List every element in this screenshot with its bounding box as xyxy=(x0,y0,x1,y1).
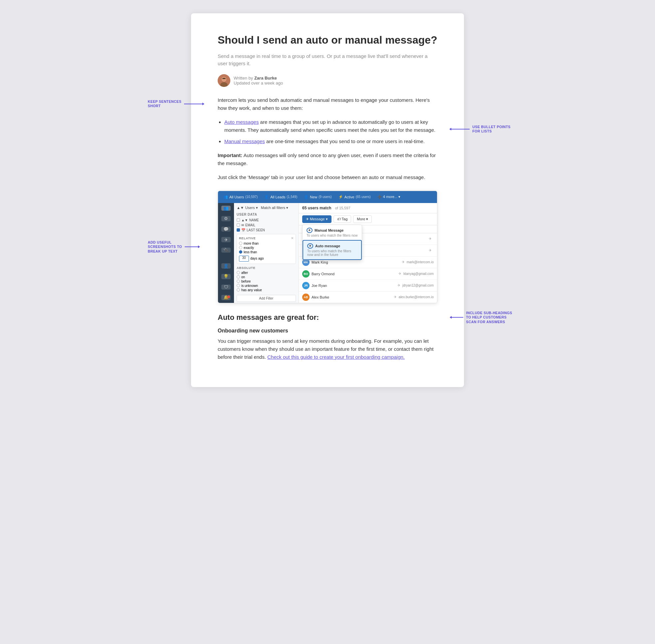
sidebar-icon-send[interactable]: ✈ xyxy=(221,237,231,242)
article-subtitle: Send a message in real time to a group o… xyxy=(218,52,437,68)
user-avatar: JR xyxy=(302,282,310,289)
ic-radio-before[interactable] xyxy=(236,280,240,283)
annotation-bullet-points-label: USE BULLET POINTSFOR LISTS xyxy=(472,125,511,134)
intercom-screenshot: 👥 All Users (10,597) 👤 All Leads (1,549)… xyxy=(218,191,437,303)
ic-topbar-active[interactable]: ⚡ Active (65 users) xyxy=(336,193,374,200)
ic-topbar-all-leads[interactable]: 👤 All Leads (1,549) xyxy=(262,193,300,200)
ic-abs-before: before xyxy=(236,279,296,283)
ic-main-toolbar: ✈ Message ▾ ✈ Manual Message To users wh… xyxy=(299,213,437,225)
annotation-sub-headings: INCLUDE SUB-HEADINGSTO HELP CUSTOMERSSCA… xyxy=(450,310,512,324)
ic-checkbox-last-seen[interactable] xyxy=(236,228,240,232)
ic-topbar: 👥 All Users (10,597) 👤 All Leads (1,549)… xyxy=(218,191,437,203)
sidebar-icon-users[interactable]: 👥 xyxy=(221,206,231,211)
send-icon: ✈ xyxy=(429,237,432,241)
ic-radio-any[interactable] xyxy=(236,288,240,292)
annotation-screenshots-arrow xyxy=(185,246,200,248)
send-icon: ✈ xyxy=(394,295,397,299)
written-by: Written by Zara Burke xyxy=(234,75,283,80)
onboarding-paragraph: You can trigger messages to send at key … xyxy=(218,337,437,361)
sidebar-icon-lightbulb[interactable]: 💡 xyxy=(221,274,231,279)
ic-abs-on: on xyxy=(236,275,296,279)
ic-manual-message-sub: To users who match the filters now xyxy=(307,234,358,237)
sidebar-icon-person[interactable]: 👤 xyxy=(221,263,231,269)
sidebar-icon-settings[interactable]: ⚙ xyxy=(221,216,231,221)
ic-main-panel: 65 users match of 15,597 ✈ Message ▾ ✈ xyxy=(299,203,437,303)
onboarding-link[interactable]: Check out this guide to create your firs… xyxy=(267,354,405,360)
ic-field-last-seen: 📅 LAST SEEN xyxy=(236,228,296,233)
bullets-section: USE BULLET POINTSFOR LISTS Auto messages… xyxy=(218,118,437,145)
ic-tag-btn[interactable]: 🏷 Tag xyxy=(334,215,352,223)
annotation-bullet-arrow xyxy=(449,128,470,131)
screenshot-section: ADD USEFULSCREENSHOTS TOBREAK UP TEXT 👥 … xyxy=(218,191,437,303)
ic-main-header: 65 users match of 15,597 xyxy=(299,203,437,213)
ic-radio-after[interactable] xyxy=(236,271,240,274)
ic-more-btn[interactable]: More ▾ xyxy=(353,215,372,223)
send-icon: ✈ xyxy=(429,248,432,253)
ic-relative-section: RELATIVE ✕ more than exactly less xyxy=(236,234,296,264)
sub-heading: Onboarding new customers xyxy=(218,328,437,334)
section-heading-section: INCLUDE SUB-HEADINGSTO HELP CUSTOMERSSCA… xyxy=(218,313,437,322)
ic-dropdown-auto[interactable]: ✈ Auto message To users who match the fi… xyxy=(302,240,362,260)
annotation-keep-sentences-arrow xyxy=(184,103,204,106)
ic-manual-message-label: ✈ Manual Message xyxy=(307,228,358,233)
ic-field-email: ✉ EMAIL xyxy=(236,223,296,228)
sidebar-icon-settings2[interactable]: 🛡 xyxy=(221,284,231,290)
annotation-screenshots-label: ADD USEFULSCREENSHOTS TOBREAK UP TEXT xyxy=(148,240,182,254)
ic-field-name: ▲▼ NAME xyxy=(236,218,296,223)
ic-left-panel: ▲▼ Users ▾ Match all filters ▾ USER DATA… xyxy=(234,203,299,303)
ic-topbar-new[interactable]: 👤 New (9 users) xyxy=(301,193,334,200)
user-email: jdryan12@gmail.com xyxy=(402,283,434,287)
ic-option-exactly: exactly xyxy=(239,246,294,250)
ic-add-filter-btn[interactable]: Add Filter xyxy=(236,295,296,302)
table-row[interactable]: BO Barry Ormond ✈ ktanyag@gmail.com xyxy=(299,268,437,280)
annotation-keep-sentences: KEEP SENTENCESSHORT xyxy=(148,99,204,109)
table-row[interactable]: JR Joe Ryan ✈ jdryan12@gmail.com xyxy=(299,280,437,292)
ic-radio-less-than[interactable] xyxy=(239,250,242,254)
ic-checkbox-email[interactable] xyxy=(236,223,240,227)
user-name: Mark King xyxy=(312,260,402,264)
ic-checkbox-name[interactable] xyxy=(236,218,240,222)
updated-date: Updated over a week ago xyxy=(234,80,283,86)
ic-topbar-all-users[interactable]: 👥 All Users (10,597) xyxy=(221,193,260,200)
section-heading: Auto messages are great for: xyxy=(218,313,437,322)
author-block: Written by Zara Burke Updated over a wee… xyxy=(218,74,437,87)
manual-messages-link[interactable]: Manual messages xyxy=(224,138,265,144)
sidebar-icon-bell[interactable]: 🔔 xyxy=(221,295,231,300)
bullet-item-manual: Manual messages are one-time messages th… xyxy=(224,137,437,145)
ic-radio-unknown[interactable] xyxy=(236,284,240,287)
ic-abs-any: has any value xyxy=(236,288,296,292)
ic-option-more-than: more than xyxy=(239,241,294,246)
user-email: alex.burke@intercom.io xyxy=(399,295,434,299)
ic-days-row: 30 days ago xyxy=(239,256,294,261)
ic-radio-more-than[interactable] xyxy=(239,242,242,245)
auto-messages-link[interactable]: Auto messages xyxy=(224,119,258,125)
ic-relative-options: more than exactly less than xyxy=(239,241,294,254)
annotation-screenshots: ADD USEFULSCREENSHOTS TOBREAK UP TEXT xyxy=(148,240,200,254)
ic-radio-on[interactable] xyxy=(236,275,240,279)
annotation-keep-sentences-label: KEEP SENTENCESSHORT xyxy=(148,99,181,109)
sidebar-icon-puzzle[interactable]: 🔌 xyxy=(221,248,231,253)
article-title: Should I send an auto or manual message? xyxy=(218,33,437,47)
ic-dropdown-manual[interactable]: ✈ Manual Message To users who match the … xyxy=(302,225,362,240)
user-avatar: AB xyxy=(302,294,310,301)
ic-auto-message-sub: To users who match the filters now and i… xyxy=(307,249,357,257)
ic-radio-exactly[interactable] xyxy=(239,246,242,249)
ic-panel-header: ▲▼ Users ▾ Match all filters ▾ xyxy=(236,206,296,210)
intro-section: KEEP SENTENCESSHORT Intercom lets you se… xyxy=(218,96,437,112)
ic-relative-close[interactable]: ✕ xyxy=(291,236,294,240)
ic-topbar-more[interactable]: ➕ 4 more... ▾ xyxy=(375,193,403,200)
bullet-item-auto: Auto messages are messages that you set … xyxy=(224,118,437,134)
sidebar-icon-chat[interactable]: 💬 xyxy=(221,227,231,232)
send-icon: ✈ xyxy=(398,283,400,288)
ic-days-input[interactable]: 30 xyxy=(239,256,249,261)
ic-message-btn[interactable]: ✈ Message ▾ xyxy=(302,215,332,223)
table-row[interactable]: AB Alex Burke ✈ alex.burke@intercom.io xyxy=(299,292,437,303)
user-email: mark@intercom.io xyxy=(407,260,434,264)
ic-option-less-than: less than xyxy=(239,250,294,254)
annotation-sub-headings-label: INCLUDE SUB-HEADINGSTO HELP CUSTOMERSSCA… xyxy=(466,310,512,324)
annotation-bullet-points: USE BULLET POINTSFOR LISTS xyxy=(449,125,511,134)
ic-absolute-section: ABSOLUTE after on before is unknown has … xyxy=(236,266,296,292)
author-avatar xyxy=(218,74,230,87)
user-email: ktanyag@gmail.com xyxy=(403,272,434,276)
ic-dropdown-menu: ✈ Manual Message To users who match the … xyxy=(302,225,362,260)
